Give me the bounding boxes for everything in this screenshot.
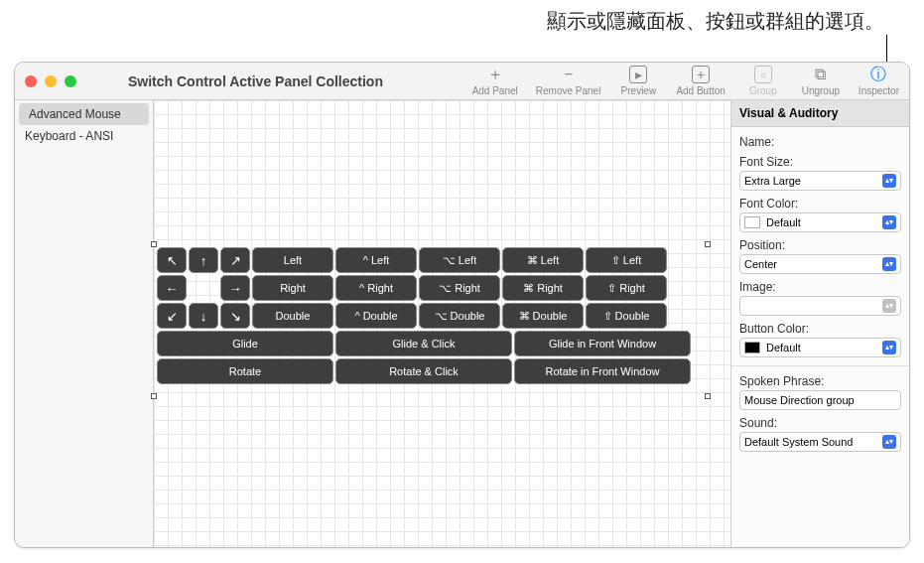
selection-handle[interactable]: [151, 393, 157, 399]
sound-label: Sound:: [739, 416, 901, 430]
image-label: Image:: [739, 280, 901, 294]
font-size-value: Extra Large: [744, 175, 801, 187]
opt-double-button[interactable]: ⌥ Double: [419, 303, 500, 329]
shift-double-button[interactable]: ⇧ Double: [586, 303, 667, 329]
position-label: Position:: [739, 238, 901, 252]
ungroup-label: Ungroup: [802, 85, 840, 96]
remove-panel-label: Remove Panel: [536, 85, 601, 96]
font-size-select[interactable]: Extra Large ▴▾: [739, 171, 901, 191]
ungroup-icon: ⧉: [812, 66, 830, 83]
play-icon: ▸: [629, 66, 647, 83]
sidebar-item-advanced-mouse[interactable]: Advanced Mouse: [19, 103, 149, 125]
minimize-button[interactable]: [45, 75, 57, 87]
arrow-down-left-button[interactable]: ↙: [157, 303, 187, 329]
canvas[interactable]: ↖ ↑ ↗ Left ^ Left ⌥ Left ⌘ Left ⇧ Left ←…: [154, 100, 730, 547]
spoken-phrase-value: Mouse Direction group: [744, 394, 855, 406]
glide-click-button[interactable]: Glide & Click: [335, 331, 512, 356]
arrow-down-right-button[interactable]: ↘: [220, 303, 250, 329]
chevron-updown-icon: ▴▾: [882, 257, 896, 271]
position-select[interactable]: Center ▴▾: [739, 254, 901, 274]
arrow-spacer: [189, 275, 218, 301]
rotate-click-button[interactable]: Rotate & Click: [335, 358, 512, 384]
inspector-label: Inspector: [858, 85, 899, 96]
info-icon: ⓘ: [869, 66, 887, 83]
arrow-up-button[interactable]: ↑: [189, 247, 218, 273]
cmd-left-button[interactable]: ⌘ Left: [502, 247, 584, 273]
add-button-button[interactable]: + Add Button: [676, 66, 725, 96]
shift-left-button[interactable]: ⇧ Left: [586, 247, 667, 273]
inspector-panel: Visual & Auditory Name: Font Size: Extra…: [730, 100, 909, 547]
ctrl-left-button[interactable]: ^ Left: [335, 247, 417, 273]
arrow-left-button[interactable]: ←: [157, 275, 187, 301]
inspector-button[interactable]: ⓘ Inspector: [858, 66, 899, 96]
body: Advanced Mouse Keyboard - ANSI ↖ ↑ ↗ Lef…: [15, 100, 909, 547]
spoken-phrase-label: Spoken Phrase:: [739, 374, 901, 388]
arrow-down-button[interactable]: ↓: [189, 303, 218, 329]
selection-handle[interactable]: [705, 393, 711, 399]
selection-handle[interactable]: [705, 241, 711, 247]
close-button[interactable]: [25, 75, 37, 87]
add-panel-button[interactable]: ＋ Add Panel: [472, 66, 518, 96]
chevron-updown-icon: ▴▾: [882, 215, 896, 229]
preview-label: Preview: [621, 85, 657, 96]
opt-left-button[interactable]: ⌥ Left: [419, 247, 500, 273]
minus-icon: −: [560, 66, 578, 83]
add-button-icon: +: [692, 66, 710, 83]
font-color-label: Font Color:: [739, 197, 901, 211]
button-color-select[interactable]: Default ▴▾: [739, 338, 901, 357]
cmd-right-button[interactable]: ⌘ Right: [502, 275, 584, 301]
button-color-label: Button Color:: [739, 322, 901, 336]
panel-buttons-group: ↖ ↑ ↗ Left ^ Left ⌥ Left ⌘ Left ⇧ Left ←…: [157, 247, 691, 384]
chevron-updown-icon: ▴▾: [882, 299, 896, 313]
color-swatch-icon: [744, 216, 760, 228]
double-button[interactable]: Double: [252, 303, 333, 329]
left-button[interactable]: Left: [252, 247, 333, 273]
glide-button[interactable]: Glide: [157, 331, 333, 356]
sidebar-item-keyboard-ansi[interactable]: Keyboard - ANSI: [15, 125, 153, 147]
rotate-front-window-button[interactable]: Rotate in Front Window: [514, 358, 691, 384]
name-label: Name:: [739, 135, 901, 149]
cmd-double-button[interactable]: ⌘ Double: [502, 303, 584, 329]
sound-value: Default System Sound: [744, 436, 853, 448]
image-select[interactable]: ▴▾: [739, 296, 901, 316]
group-button: ▫ Group: [743, 66, 783, 96]
window: Switch Control Active Panel Collection ＋…: [14, 62, 910, 548]
rotate-button[interactable]: Rotate: [157, 358, 333, 384]
spoken-phrase-input[interactable]: Mouse Direction group: [739, 390, 901, 410]
glide-front-window-button[interactable]: Glide in Front Window: [514, 331, 691, 356]
traffic-lights: [25, 75, 76, 87]
color-swatch-icon: [744, 342, 760, 353]
chevron-updown-icon: ▴▾: [882, 174, 896, 188]
font-color-value: Default: [766, 216, 801, 228]
sound-select[interactable]: Default System Sound ▴▾: [739, 432, 901, 452]
remove-panel-button[interactable]: − Remove Panel: [536, 66, 601, 96]
font-color-select[interactable]: Default ▴▾: [739, 212, 901, 232]
divider: [731, 365, 909, 366]
group-icon: ▫: [754, 66, 772, 83]
button-color-value: Default: [766, 342, 801, 353]
maximize-button[interactable]: [65, 75, 76, 87]
shift-right-button[interactable]: ⇧ Right: [586, 275, 667, 301]
arrow-right-button[interactable]: →: [220, 275, 250, 301]
position-value: Center: [744, 258, 777, 270]
ctrl-right-button[interactable]: ^ Right: [335, 275, 417, 301]
ctrl-double-button[interactable]: ^ Double: [335, 303, 417, 329]
titlebar: Switch Control Active Panel Collection ＋…: [15, 63, 909, 100]
chevron-updown-icon: ▴▾: [882, 341, 896, 354]
chevron-updown-icon: ▴▾: [882, 435, 896, 449]
right-button[interactable]: Right: [252, 275, 333, 301]
callout-text: 顯示或隱藏面板、按鈕或群組的選項。: [0, 8, 884, 35]
preview-button[interactable]: ▸ Preview: [618, 66, 658, 96]
group-label: Group: [749, 85, 777, 96]
inspector-header: Visual & Auditory: [731, 100, 909, 127]
ungroup-button[interactable]: ⧉ Ungroup: [801, 66, 841, 96]
sidebar: Advanced Mouse Keyboard - ANSI: [15, 100, 154, 547]
plus-icon: ＋: [486, 66, 504, 83]
add-button-label: Add Button: [676, 85, 725, 96]
arrow-up-left-button[interactable]: ↖: [157, 247, 187, 273]
add-panel-label: Add Panel: [472, 85, 518, 96]
opt-right-button[interactable]: ⌥ Right: [419, 275, 500, 301]
font-size-label: Font Size:: [739, 155, 901, 169]
arrow-up-right-button[interactable]: ↗: [220, 247, 250, 273]
window-title: Switch Control Active Panel Collection: [128, 73, 383, 89]
